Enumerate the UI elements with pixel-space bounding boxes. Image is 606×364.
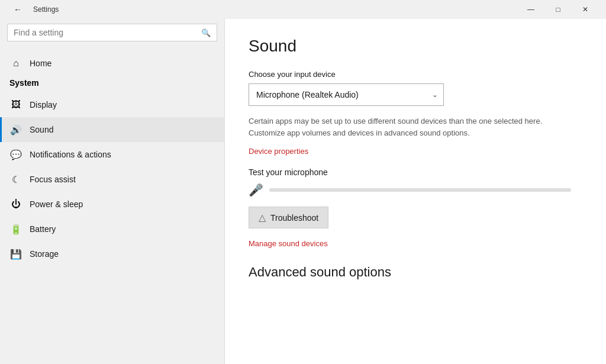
nav-label-power: Power & sleep — [30, 199, 83, 209]
warning-icon: △ — [259, 212, 266, 223]
power-icon: ⏻ — [9, 198, 22, 211]
minimize-button[interactable]: — — [517, 0, 544, 19]
nav-label-notifications: Notifications & actions — [30, 150, 111, 159]
search-icon: 🔍 — [201, 28, 211, 37]
nav-label-focus: Focus assist — [30, 175, 76, 184]
input-device-select[interactable]: Microphone (Realtek Audio) — [249, 83, 444, 106]
nav-label-sound: Sound — [30, 125, 53, 134]
restore-button[interactable]: □ — [544, 0, 572, 19]
sound-icon: 🔊 — [9, 123, 22, 136]
info-text: Certain apps may be set up to use differ… — [249, 115, 568, 138]
titlebar: ← Settings — □ ✕ — [0, 0, 606, 19]
manage-sound-devices-link[interactable]: Manage sound devices — [249, 239, 328, 248]
sidebar-item-notifications[interactable]: 💬 Notifications & actions — [0, 142, 224, 167]
storage-icon: 💾 — [9, 247, 22, 260]
content-panel: Sound Choose your input device Microphon… — [225, 19, 606, 364]
test-mic-label: Test your microphone — [249, 167, 582, 177]
home-icon: ⌂ — [9, 57, 22, 70]
mic-test-row: 🎤 — [249, 183, 582, 197]
home-label: Home — [30, 59, 51, 68]
sidebar-item-focus[interactable]: ☾ Focus assist — [0, 167, 224, 192]
notifications-icon: 💬 — [9, 148, 22, 161]
mic-level-bar — [269, 188, 571, 192]
input-section-label: Choose your input device — [249, 70, 582, 79]
window-controls: — □ ✕ — [517, 0, 599, 19]
sidebar-item-power[interactable]: ⏻ Power & sleep — [0, 192, 224, 217]
device-properties-link[interactable]: Device properties — [249, 147, 308, 156]
nav-label-display: Display — [30, 100, 57, 109]
microphone-icon: 🎤 — [249, 183, 263, 197]
battery-icon: 🔋 — [9, 223, 22, 236]
sidebar-item-home[interactable]: ⌂ Home — [0, 51, 224, 76]
input-device-select-wrapper: Microphone (Realtek Audio) ⌄ — [249, 83, 444, 106]
troubleshoot-button[interactable]: △ Troubleshoot — [249, 207, 328, 228]
main-container: 🔍 ⌂ Home System 🖼 Display 🔊 Sound 💬 Noti… — [0, 19, 606, 364]
search-input[interactable] — [14, 28, 201, 37]
system-section-label: System — [0, 76, 224, 92]
sidebar: 🔍 ⌂ Home System 🖼 Display 🔊 Sound 💬 Noti… — [0, 19, 225, 364]
nav-label-storage: Storage — [30, 249, 59, 259]
back-button[interactable]: ← — [7, 0, 28, 19]
sidebar-item-display[interactable]: 🖼 Display — [0, 92, 224, 117]
focus-icon: ☾ — [9, 173, 22, 186]
troubleshoot-label: Troubleshoot — [270, 213, 318, 223]
display-icon: 🖼 — [9, 98, 22, 111]
search-box[interactable]: 🔍 — [7, 24, 217, 41]
sidebar-item-sound[interactable]: 🔊 Sound — [0, 117, 224, 142]
app-title: Settings — [33, 5, 517, 14]
sidebar-item-battery[interactable]: 🔋 Battery — [0, 217, 224, 241]
nav-label-battery: Battery — [30, 224, 56, 234]
sidebar-item-storage[interactable]: 💾 Storage — [0, 241, 224, 266]
close-button[interactable]: ✕ — [572, 0, 599, 19]
page-title: Sound — [249, 37, 582, 56]
advanced-section-title: Advanced sound options — [249, 265, 582, 280]
